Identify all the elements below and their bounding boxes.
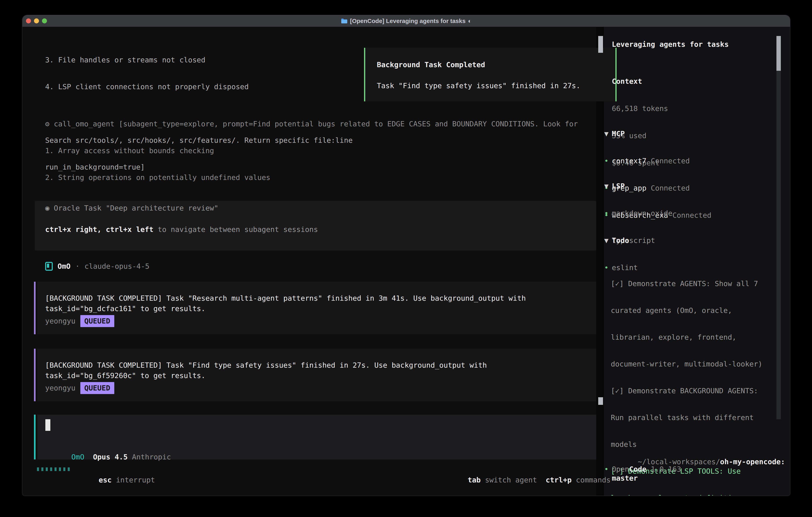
titlebar[interactable]: [OpenCode] Leveraging agents for tasks ◐	[22, 15, 790, 27]
zoom-window-button[interactable]	[42, 19, 47, 23]
notification-body: Task "Find type safety issues" finished …	[377, 80, 580, 91]
task-line1: [BACKGROUND TASK COMPLETED] Task "Find t…	[45, 360, 596, 371]
workspace-info: ~/local-workspaces/oh-my-opencode: maste…	[612, 430, 785, 496]
lsp-item-name: markdown-oxide	[612, 208, 672, 219]
app-version: 1.0.163	[651, 464, 681, 474]
todo-header-row[interactable]: ▼ Todo	[604, 235, 771, 246]
oracle-hint-keys: ctrl+x right, ctrl+x left	[45, 225, 153, 234]
task-meta-row: yeongyu QUEUED	[45, 383, 596, 393]
tool-call-line: ⚙ call_omo_agent [subagent_type=explore,…	[45, 119, 578, 129]
agent-header: OmO · claude-opus-4-5	[45, 261, 149, 272]
todo-line: [✓] Demonstrate AGENTS: Show all 7	[611, 278, 771, 289]
terminal-line: 3. File handles or streams not closed	[45, 55, 353, 65]
workspace-path-row: ~/local-workspaces/oh-my-opencode:	[612, 446, 785, 457]
esc-key-label: interrupt	[116, 476, 155, 484]
tool-call-item: 2. String operations on potentially unde…	[45, 172, 578, 183]
workspace-repo: oh-my-opencode:	[720, 458, 785, 466]
spinner-dots-icon	[37, 467, 70, 471]
todo-line: document-writer, multimodal-looker)	[611, 359, 771, 369]
bullet-icon: •	[604, 208, 612, 219]
todo-header: Todo	[612, 235, 629, 246]
mcp-header: MCP	[612, 128, 625, 139]
oracle-hint-rest: to navigate between subagent sessions	[153, 225, 318, 234]
terminal-line: 4. LSP client connections not properly d…	[45, 82, 353, 92]
oracle-hint-line: ctrl+x right, ctrl+x left to navigate be…	[45, 224, 318, 235]
input-provider: Anthropic	[132, 453, 171, 461]
omo-agent-icon	[45, 262, 53, 271]
oracle-task-box: ◉ Oracle Task "Deep architecture review"…	[35, 201, 596, 250]
todo-line: [✓] Demonstrate BACKGROUND AGENTS:	[611, 386, 771, 396]
task-user: yeongyu	[45, 316, 76, 326]
tool-call-item: 1. Array access without bounds checking	[45, 145, 578, 156]
input-agent: OmO	[71, 453, 84, 461]
statusbar-right: tab switch agent ctrl+p commands	[451, 464, 611, 474]
task-message: [BACKGROUND TASK COMPLETED] Task "Find t…	[37, 349, 596, 401]
agent-model: claude-opus-4-5	[85, 261, 149, 272]
input-status-line: OmO Opus 4.5 Anthropic	[46, 441, 171, 452]
brand-bold: Code	[629, 464, 646, 474]
text-cursor	[46, 419, 50, 431]
gear-icon: ⚙	[45, 120, 50, 128]
task-line2: task_id="bg_6f59260c" to get results.	[45, 371, 596, 381]
task-message: [BACKGROUND TASK COMPLETED] Task "Resear…	[37, 282, 596, 334]
close-window-button[interactable]	[26, 19, 31, 23]
record-icon: ◉	[45, 204, 50, 212]
tab-key-label: switch agent	[485, 476, 537, 484]
agent-name: OmO	[58, 261, 70, 272]
session-title: Leveraging agents for tasks	[612, 39, 729, 50]
chevron-down-icon[interactable]: ▼	[604, 128, 612, 139]
window-title: [OpenCode] Leveraging agents for tasks ◐	[341, 18, 472, 24]
background-task-notification: Background Task Completed Task "Find typ…	[364, 48, 617, 101]
prompt-input[interactable]: OmO Opus 4.5 Anthropic	[37, 415, 596, 459]
mcp-header-row[interactable]: ▼ MCP	[604, 128, 712, 139]
todo-line: curated agents (OmO, oracle,	[611, 305, 771, 316]
folder-icon	[341, 18, 348, 24]
tab-key-hint: tab	[468, 476, 481, 484]
bullet-icon: •	[604, 464, 612, 474]
main-scrollbar-end[interactable]	[598, 397, 603, 405]
lsp-header-row[interactable]: ▼ LSP	[604, 181, 672, 192]
notification-title: Background Task Completed	[377, 59, 485, 70]
lsp-item: • markdown-oxide	[604, 208, 672, 219]
statusbar-left: esc interrupt	[81, 464, 155, 474]
input-model: Opus 4.5	[93, 453, 127, 461]
chevron-down-icon[interactable]: ▼	[604, 235, 612, 246]
window-title-text: [OpenCode] Leveraging agents for tasks	[350, 18, 466, 24]
session-moon-icon: ◐	[468, 18, 471, 24]
app-version-row: • OpenCode 1.0.163	[604, 464, 681, 474]
status-badge: QUEUED	[80, 315, 114, 327]
main-scrollbar-thumb[interactable]	[598, 36, 603, 53]
ctrlp-key-hint: ctrl+p	[546, 476, 572, 484]
traffic-lights	[26, 19, 47, 23]
oracle-task-line: ◉ Oracle Task "Deep architecture review"	[45, 203, 219, 214]
task-user: yeongyu	[45, 383, 76, 393]
status-badge: QUEUED	[80, 382, 114, 394]
task-meta-row: yeongyu QUEUED	[45, 316, 596, 326]
task-line2: task_id="bg_dcfac161" to get results.	[45, 303, 596, 314]
todo-line: Run parallel tasks with different	[611, 412, 771, 423]
task-message-accent	[34, 282, 35, 334]
oracle-task-text: Oracle Task "Deep architecture review"	[50, 204, 219, 212]
esc-key-hint: esc	[99, 476, 112, 484]
minimize-window-button[interactable]	[34, 19, 39, 23]
app-window: [OpenCode] Leveraging agents for tasks ◐…	[22, 15, 790, 496]
todo-line: librarian, explore, frontend,	[611, 332, 771, 343]
task-line1: [BACKGROUND TASK COMPLETED] Task "Resear…	[45, 293, 596, 303]
context-header: Context	[612, 76, 668, 87]
sidebar-scrollbar-thumb[interactable]	[777, 36, 781, 71]
input-accent	[34, 415, 35, 459]
lsp-header: LSP	[612, 181, 625, 192]
chevron-down-icon[interactable]: ▼	[604, 181, 612, 192]
tool-call-text: call_omo_agent [subagent_type=explore, p…	[54, 120, 578, 128]
sidebar-scrollbar-track[interactable]	[777, 36, 781, 419]
brand-prefix: Open	[612, 464, 629, 474]
task-message-accent	[34, 349, 35, 401]
agent-separator: ·	[75, 261, 80, 272]
